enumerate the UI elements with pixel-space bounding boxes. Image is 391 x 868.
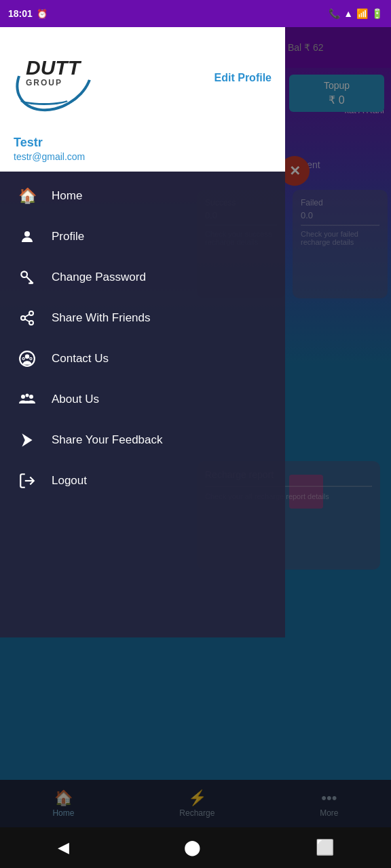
phone-icon: 📞: [329, 8, 340, 19]
alarm-icon: ⏰: [37, 9, 48, 19]
menu-item-contact-us[interactable]: Contact Us: [0, 338, 285, 379]
about-icon: [16, 389, 38, 410]
home-label: Home: [52, 189, 82, 203]
battery-icon: 🔋: [371, 8, 383, 19]
svg-point-12: [22, 357, 24, 359]
logo-area: DUTT GROUP: [14, 47, 95, 108]
feedback-icon: [16, 429, 38, 451]
svg-line-2: [26, 277, 33, 283]
wifi-icon: ▲: [343, 8, 353, 19]
back-button[interactable]: ◀: [58, 839, 69, 856]
svg-point-14: [21, 395, 25, 399]
logo-text-group: DUTT GROUP: [26, 58, 80, 87]
logo-dutt: DUTT: [26, 58, 80, 78]
logo: DUTT GROUP: [14, 47, 95, 108]
contact-us-label: Contact Us: [52, 352, 109, 366]
svg-point-5: [29, 311, 33, 315]
status-left: 18:01 ⏰: [8, 8, 48, 19]
about-us-label: About Us: [52, 393, 99, 406]
svg-marker-17: [22, 433, 32, 447]
svg-line-8: [25, 319, 30, 322]
menu-item-logout[interactable]: Logout: [0, 460, 285, 501]
svg-point-6: [21, 316, 25, 320]
share-feedback-label: Share Your Feedback: [52, 433, 163, 447]
share-friends-label: Share With Friends: [52, 311, 151, 325]
home-icon: 🏠: [16, 185, 38, 207]
drawer-email: testr@gmail.com: [14, 151, 272, 162]
svg-point-11: [25, 355, 30, 359]
drawer-header: DUTT GROUP Edit Profile: [0, 27, 285, 129]
logo-arc: [17, 92, 71, 105]
profile-icon: [16, 226, 38, 248]
logout-label: Logout: [52, 474, 87, 488]
logo-group: GROUP: [26, 78, 62, 87]
menu-item-home[interactable]: 🏠 Home: [0, 176, 285, 216]
svg-point-13: [30, 357, 32, 359]
recents-button[interactable]: ⬜: [316, 839, 334, 856]
drawer-user-info: Testr testr@gmail.com: [0, 129, 285, 172]
time: 18:01: [8, 8, 33, 19]
menu-item-change-password[interactable]: Change Password: [0, 257, 285, 298]
profile-label: Profile: [52, 230, 84, 243]
svg-point-16: [26, 394, 29, 397]
navigation-drawer: DUTT GROUP Edit Profile Testr testr@gmai…: [0, 27, 285, 637]
key-icon: [16, 267, 38, 288]
svg-point-15: [29, 395, 33, 399]
status-right: 📞 ▲ 📶 🔋: [329, 8, 383, 19]
drawer-menu: 🏠 Home Profile Change Passwor: [0, 172, 285, 637]
home-button[interactable]: ⬤: [184, 839, 201, 856]
edit-profile-button[interactable]: Edit Profile: [215, 72, 272, 84]
menu-item-profile[interactable]: Profile: [0, 216, 285, 257]
menu-item-about-us[interactable]: About Us: [0, 379, 285, 420]
menu-item-share-feedback[interactable]: Share Your Feedback: [0, 420, 285, 460]
signal-icon: 📶: [356, 8, 368, 19]
change-password-label: Change Password: [52, 271, 146, 284]
logout-icon: [16, 470, 38, 492]
svg-point-1: [21, 271, 27, 277]
menu-item-share-friends[interactable]: Share With Friends: [0, 298, 285, 338]
drawer-username: Testr: [14, 136, 272, 150]
svg-point-0: [24, 231, 30, 237]
contact-icon: [16, 348, 38, 370]
system-nav-bar: ◀ ⬤ ⬜: [0, 827, 391, 868]
share-icon: [16, 307, 38, 329]
svg-point-7: [29, 321, 33, 325]
status-bar: 18:01 ⏰ 📞 ▲ 📶 🔋: [0, 0, 391, 27]
svg-line-9: [25, 315, 30, 317]
